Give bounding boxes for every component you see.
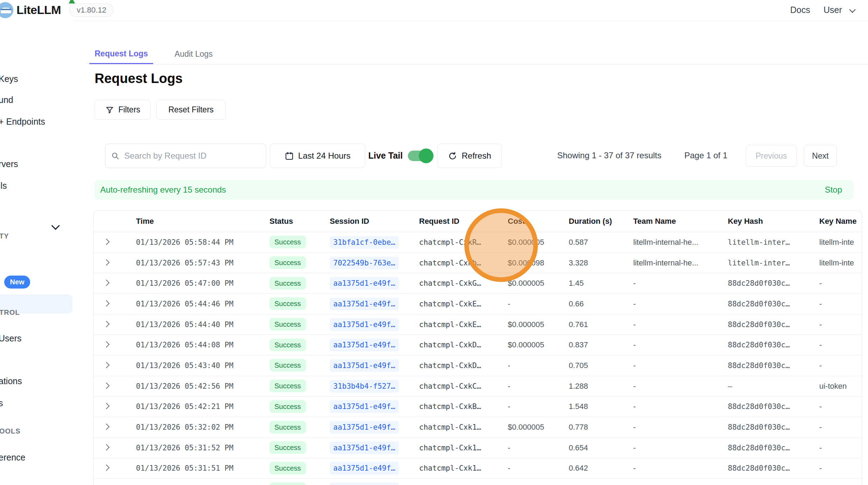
cell-time: 01/13/2026 05:44:40 PM bbox=[136, 320, 269, 329]
search-icon bbox=[111, 151, 119, 160]
search-input[interactable] bbox=[124, 151, 260, 161]
cell-duration: 0.642 bbox=[569, 464, 633, 473]
sidebar-item-teams[interactable]: s bbox=[0, 398, 3, 408]
cell-request-id: chatcmpl-CxkE… bbox=[419, 320, 508, 329]
sidebar-chevron-down-icon[interactable] bbox=[51, 221, 60, 230]
expand-row-icon[interactable] bbox=[103, 300, 109, 306]
sidebar-item-mcp-servers[interactable]: rvers bbox=[0, 159, 18, 169]
sidebar-item-organizations[interactable]: ations bbox=[0, 376, 22, 386]
time-range-button[interactable]: Last 24 Hours bbox=[270, 144, 365, 168]
tab-audit-logs[interactable]: Audit Logs bbox=[169, 44, 218, 64]
session-id-link[interactable]: aa1375d1-e49f… bbox=[330, 298, 399, 310]
cell-session-id: aa1375d1-e49f… bbox=[330, 320, 419, 329]
header-session-id: Session ID bbox=[330, 217, 419, 226]
cell-time: 01/13/2026 05:58:44 PM bbox=[136, 238, 269, 247]
cell-cost: $0.000005 bbox=[508, 423, 569, 432]
results-count: Showing 1 - 37 of 37 results bbox=[557, 151, 662, 160]
table-row[interactable]: 01/13/2026 05:44:46 PM Success aa1375d1-… bbox=[94, 294, 862, 314]
session-id-link[interactable]: aa1375d1-e49f… bbox=[330, 483, 399, 485]
session-id-link[interactable]: aa1375d1-e49f… bbox=[330, 462, 399, 474]
status-badge: Success bbox=[269, 297, 306, 310]
cell-request-id: chatcmpl-CxkC… bbox=[419, 382, 508, 390]
header-duration: Duration (s) bbox=[569, 217, 633, 226]
cell-key-hash: 88dc28d0f030c… bbox=[728, 464, 819, 472]
stop-auto-refresh-button[interactable]: Stop bbox=[825, 185, 842, 195]
live-tail-toggle[interactable] bbox=[408, 151, 432, 161]
cell-cost: - bbox=[508, 299, 569, 309]
session-id-link[interactable]: aa1375d1-e49f… bbox=[330, 318, 399, 331]
sidebar-item-models-endpoints[interactable]: + Endpoints bbox=[0, 117, 45, 127]
cell-time: 01/13/2026 05:43:40 PM bbox=[136, 361, 269, 370]
docs-link[interactable]: Docs bbox=[790, 5, 810, 15]
table-row[interactable]: 01/13/2026 05:42:21 PM Success aa1375d1-… bbox=[94, 397, 862, 417]
tab-request-logs[interactable]: Request Logs bbox=[89, 44, 153, 64]
table-row[interactable]: 01/13/2026 05:42:56 PM Success 31b3b4b4-… bbox=[94, 376, 862, 397]
cell-status: Success bbox=[269, 300, 330, 308]
table-row[interactable]: 01/13/2026 05:31:52 PM Success aa1375d1-… bbox=[94, 438, 862, 458]
sidebar-item-guardrails[interactable]: ils bbox=[0, 181, 7, 191]
session-id-link[interactable]: 31bfa1cf-0ebe… bbox=[330, 236, 399, 249]
expand-row-icon[interactable] bbox=[103, 259, 109, 265]
expand-row-icon[interactable] bbox=[103, 238, 109, 245]
cell-request-id: chatcmpl-CxkG… bbox=[419, 279, 508, 287]
session-id-link[interactable]: aa1375d1-e49f… bbox=[330, 277, 399, 290]
train-icon bbox=[1, 8, 11, 13]
cell-team-name: - bbox=[633, 361, 728, 370]
cell-duration: 1.288 bbox=[569, 382, 633, 391]
cell-session-id: aa1375d1-e49f… bbox=[330, 300, 419, 308]
sidebar-item-internal-users[interactable]: Users bbox=[0, 333, 21, 344]
cell-duration: 0.778 bbox=[569, 423, 633, 432]
cell-team-name: litellm-internal-he... bbox=[633, 258, 728, 268]
header-cost: Cost bbox=[508, 217, 569, 226]
table-row[interactable]: 01/13/2026 05:31:51 PM Success aa1375d1-… bbox=[94, 458, 862, 479]
cell-key-hash: 88dc28d0f030c… bbox=[728, 320, 819, 329]
cell-team-name: - bbox=[633, 320, 728, 329]
cell-key-hash: 88dc28d0f030c… bbox=[728, 341, 819, 349]
user-menu[interactable]: User bbox=[823, 5, 855, 15]
expand-row-icon[interactable] bbox=[103, 423, 109, 430]
litellm-logo[interactable] bbox=[0, 2, 13, 18]
cell-key-hash: – bbox=[728, 382, 819, 390]
sidebar-item-api-reference[interactable]: erence bbox=[0, 452, 25, 463]
session-id-link[interactable]: aa1375d1-e49f… bbox=[330, 359, 399, 372]
next-page-button[interactable]: Next bbox=[804, 145, 837, 167]
table-row[interactable]: 01/13/2026 05:32:02 PM Success aa1375d1-… bbox=[94, 417, 862, 438]
table-row[interactable]: 01/13/2026 05:47:00 PM Success aa1375d1-… bbox=[94, 273, 862, 294]
cell-cost: - bbox=[508, 382, 569, 391]
expand-row-icon[interactable] bbox=[103, 321, 109, 327]
expand-row-icon[interactable] bbox=[103, 403, 109, 409]
cell-request-id: chatcmpl-CxkE… bbox=[419, 300, 508, 308]
table-row[interactable]: 01/13/2026 05:44:40 PM Success aa1375d1-… bbox=[94, 314, 862, 335]
table-row[interactable]: 01/13/2026 05:31:38 PM Success aa1375d1-… bbox=[94, 479, 862, 485]
expand-row-icon[interactable] bbox=[103, 444, 109, 450]
table-row[interactable]: 01/13/2026 05:43:40 PM Success aa1375d1-… bbox=[94, 355, 862, 376]
expand-row-icon[interactable] bbox=[103, 280, 109, 286]
cell-session-id: aa1375d1-e49f… bbox=[330, 361, 419, 370]
table-row[interactable]: 01/13/2026 05:44:08 PM Success aa1375d1-… bbox=[94, 335, 862, 355]
session-id-link[interactable]: aa1375d1-e49f… bbox=[330, 400, 399, 413]
reset-filters-button[interactable]: Reset Filters bbox=[156, 100, 226, 120]
filters-button[interactable]: Filters bbox=[95, 100, 151, 120]
session-id-link[interactable]: 31b3b4b4-f527… bbox=[330, 380, 399, 393]
session-id-link[interactable]: 7022549b-763e… bbox=[330, 257, 399, 269]
sidebar-item-virtual-keys[interactable]: Keys bbox=[0, 74, 18, 84]
expand-row-icon[interactable] bbox=[103, 465, 109, 471]
cell-duration: 0.587 bbox=[569, 238, 633, 247]
table-row[interactable]: 01/13/2026 05:58:44 PM Success 31bfa1cf-… bbox=[94, 232, 862, 253]
expand-row-icon[interactable] bbox=[103, 382, 109, 389]
expand-row-icon[interactable] bbox=[103, 362, 109, 368]
session-id-link[interactable]: aa1375d1-e49f… bbox=[330, 421, 399, 434]
previous-page-button[interactable]: Previous bbox=[746, 145, 797, 167]
session-id-link[interactable]: aa1375d1-e49f… bbox=[330, 339, 399, 351]
cell-key-name: - bbox=[819, 320, 862, 329]
status-badge: Success bbox=[269, 380, 306, 392]
session-id-link[interactable]: aa1375d1-e49f… bbox=[330, 442, 399, 454]
cell-team-name: litellm-internal-he... bbox=[633, 238, 728, 247]
sidebar-item-playground[interactable]: und bbox=[0, 95, 13, 105]
cell-team-name: - bbox=[633, 382, 728, 391]
table-row[interactable]: 01/13/2026 05:57:43 PM Success 7022549b-… bbox=[94, 253, 862, 273]
cell-session-id: aa1375d1-e49f… bbox=[330, 423, 419, 431]
expand-row-icon[interactable] bbox=[103, 341, 109, 348]
cell-request-id: chatcmpl-Cxkb… bbox=[419, 259, 508, 267]
refresh-button[interactable]: Refresh bbox=[437, 144, 502, 168]
